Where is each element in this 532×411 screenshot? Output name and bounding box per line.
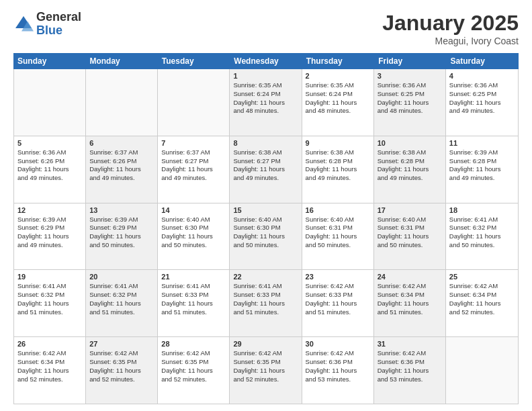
- calendar-day-15: 15Sunrise: 6:40 AM Sunset: 6:30 PM Dayli…: [230, 203, 302, 270]
- day-info: Sunrise: 6:40 AM Sunset: 6:31 PM Dayligh…: [306, 216, 370, 250]
- day-info: Sunrise: 6:40 AM Sunset: 6:30 PM Dayligh…: [161, 216, 226, 250]
- day-info: Sunrise: 6:41 AM Sunset: 6:32 PM Dayligh…: [17, 282, 82, 316]
- calendar-day-23: 23Sunrise: 6:42 AM Sunset: 6:33 PM Dayli…: [302, 270, 374, 336]
- day-info: Sunrise: 6:42 AM Sunset: 6:35 PM Dayligh…: [89, 349, 154, 383]
- day-number: 14: [161, 206, 226, 214]
- calendar-day-2: 2Sunrise: 6:35 AM Sunset: 6:24 PM Daylig…: [302, 69, 374, 136]
- calendar-day-1: 1Sunrise: 6:35 AM Sunset: 6:24 PM Daylig…: [230, 69, 302, 136]
- calendar-day-22: 22Sunrise: 6:41 AM Sunset: 6:33 PM Dayli…: [230, 270, 302, 336]
- weekday-header-thursday: Thursday: [302, 53, 374, 69]
- day-info: Sunrise: 6:39 AM Sunset: 6:29 PM Dayligh…: [89, 216, 154, 250]
- calendar-empty-cell: [158, 69, 230, 136]
- day-number: 15: [233, 206, 298, 214]
- calendar-day-31: 31Sunrise: 6:42 AM Sunset: 6:36 PM Dayli…: [374, 337, 446, 404]
- calendar-row-3: 12Sunrise: 6:39 AM Sunset: 6:29 PM Dayli…: [14, 203, 518, 271]
- calendar-row-2: 5Sunrise: 6:36 AM Sunset: 6:26 PM Daylig…: [14, 136, 518, 203]
- title-section: January 2025 Meagui, Ivory Coast: [382, 11, 519, 46]
- day-info: Sunrise: 6:37 AM Sunset: 6:26 PM Dayligh…: [89, 148, 154, 183]
- calendar-day-29: 29Sunrise: 6:42 AM Sunset: 6:35 PM Dayli…: [230, 337, 302, 404]
- logo-blue-text: Blue: [36, 24, 81, 38]
- calendar: SundayMondayTuesdayWednesdayThursdayFrid…: [13, 53, 519, 404]
- calendar-day-18: 18Sunrise: 6:41 AM Sunset: 6:32 PM Dayli…: [446, 203, 518, 270]
- calendar-day-14: 14Sunrise: 6:40 AM Sunset: 6:30 PM Dayli…: [158, 203, 230, 270]
- calendar-day-20: 20Sunrise: 6:41 AM Sunset: 6:32 PM Dayli…: [86, 270, 158, 336]
- day-number: 29: [233, 340, 298, 348]
- day-info: Sunrise: 6:38 AM Sunset: 6:27 PM Dayligh…: [233, 148, 298, 183]
- day-number: 19: [17, 273, 82, 281]
- day-number: 31: [378, 340, 442, 348]
- day-info: Sunrise: 6:42 AM Sunset: 6:35 PM Dayligh…: [161, 349, 226, 383]
- calendar-day-21: 21Sunrise: 6:41 AM Sunset: 6:33 PM Dayli…: [158, 270, 230, 336]
- weekday-header-tuesday: Tuesday: [158, 53, 230, 69]
- day-number: 4: [449, 72, 515, 80]
- day-number: 18: [449, 206, 515, 214]
- calendar-row-4: 19Sunrise: 6:41 AM Sunset: 6:32 PM Dayli…: [14, 270, 518, 337]
- calendar-empty-cell: [86, 69, 158, 136]
- day-info: Sunrise: 6:42 AM Sunset: 6:33 PM Dayligh…: [306, 282, 370, 316]
- month-title: January 2025: [382, 11, 519, 36]
- day-info: Sunrise: 6:42 AM Sunset: 6:36 PM Dayligh…: [306, 349, 370, 383]
- day-number: 6: [89, 139, 154, 147]
- day-info: Sunrise: 6:42 AM Sunset: 6:34 PM Dayligh…: [17, 349, 82, 383]
- day-info: Sunrise: 6:42 AM Sunset: 6:35 PM Dayligh…: [233, 349, 298, 383]
- calendar-day-19: 19Sunrise: 6:41 AM Sunset: 6:32 PM Dayli…: [14, 270, 86, 336]
- calendar-day-17: 17Sunrise: 6:40 AM Sunset: 6:31 PM Dayli…: [374, 203, 446, 270]
- weekday-header-monday: Monday: [85, 53, 157, 69]
- day-info: Sunrise: 6:40 AM Sunset: 6:31 PM Dayligh…: [378, 216, 442, 250]
- weekday-header-saturday: Saturday: [447, 53, 519, 69]
- day-info: Sunrise: 6:41 AM Sunset: 6:33 PM Dayligh…: [233, 282, 298, 316]
- calendar-day-7: 7Sunrise: 6:37 AM Sunset: 6:27 PM Daylig…: [158, 136, 230, 203]
- day-info: Sunrise: 6:42 AM Sunset: 6:34 PM Dayligh…: [378, 282, 442, 316]
- calendar-day-28: 28Sunrise: 6:42 AM Sunset: 6:35 PM Dayli…: [158, 337, 230, 404]
- weekday-header-friday: Friday: [374, 53, 446, 69]
- day-info: Sunrise: 6:41 AM Sunset: 6:32 PM Dayligh…: [449, 216, 515, 250]
- calendar-day-9: 9Sunrise: 6:38 AM Sunset: 6:28 PM Daylig…: [302, 136, 374, 203]
- day-number: 11: [449, 139, 515, 147]
- day-number: 2: [306, 72, 370, 80]
- day-info: Sunrise: 6:42 AM Sunset: 6:34 PM Dayligh…: [449, 282, 515, 316]
- day-info: Sunrise: 6:39 AM Sunset: 6:29 PM Dayligh…: [17, 216, 82, 250]
- calendar-day-8: 8Sunrise: 6:38 AM Sunset: 6:27 PM Daylig…: [230, 136, 302, 203]
- calendar-day-30: 30Sunrise: 6:42 AM Sunset: 6:36 PM Dayli…: [302, 337, 374, 404]
- day-number: 23: [306, 273, 370, 281]
- day-number: 25: [449, 273, 515, 281]
- calendar-empty-cell: [14, 69, 86, 136]
- day-number: 9: [306, 139, 370, 147]
- day-info: Sunrise: 6:37 AM Sunset: 6:27 PM Dayligh…: [161, 148, 226, 183]
- calendar-day-11: 11Sunrise: 6:39 AM Sunset: 6:28 PM Dayli…: [446, 136, 518, 203]
- day-number: 28: [161, 340, 226, 348]
- header: General Blue January 2025 Meagui, Ivory …: [13, 11, 519, 46]
- day-info: Sunrise: 6:36 AM Sunset: 6:25 PM Dayligh…: [378, 81, 442, 116]
- calendar-day-13: 13Sunrise: 6:39 AM Sunset: 6:29 PM Dayli…: [86, 203, 158, 270]
- calendar-day-25: 25Sunrise: 6:42 AM Sunset: 6:34 PM Dayli…: [446, 270, 518, 336]
- weekday-header-wednesday: Wednesday: [230, 53, 302, 69]
- calendar-day-27: 27Sunrise: 6:42 AM Sunset: 6:35 PM Dayli…: [86, 337, 158, 404]
- calendar-day-24: 24Sunrise: 6:42 AM Sunset: 6:34 PM Dayli…: [374, 270, 446, 336]
- day-number: 8: [233, 139, 298, 147]
- day-number: 3: [378, 72, 442, 80]
- logo: General Blue: [13, 11, 81, 38]
- day-number: 30: [306, 340, 370, 348]
- calendar-row-1: 1Sunrise: 6:35 AM Sunset: 6:24 PM Daylig…: [14, 69, 518, 136]
- weekday-header-sunday: Sunday: [13, 53, 85, 69]
- day-number: 5: [17, 139, 82, 147]
- day-info: Sunrise: 6:36 AM Sunset: 6:25 PM Dayligh…: [449, 81, 515, 116]
- day-number: 27: [89, 340, 154, 348]
- day-number: 10: [378, 139, 442, 147]
- calendar-day-26: 26Sunrise: 6:42 AM Sunset: 6:34 PM Dayli…: [14, 337, 86, 404]
- calendar-day-10: 10Sunrise: 6:38 AM Sunset: 6:28 PM Dayli…: [374, 136, 446, 203]
- calendar-day-3: 3Sunrise: 6:36 AM Sunset: 6:25 PM Daylig…: [374, 69, 446, 136]
- calendar-day-4: 4Sunrise: 6:36 AM Sunset: 6:25 PM Daylig…: [446, 69, 518, 136]
- day-info: Sunrise: 6:35 AM Sunset: 6:24 PM Dayligh…: [306, 81, 370, 116]
- calendar-day-12: 12Sunrise: 6:39 AM Sunset: 6:29 PM Dayli…: [14, 203, 86, 270]
- location-subtitle: Meagui, Ivory Coast: [382, 36, 519, 46]
- calendar-day-6: 6Sunrise: 6:37 AM Sunset: 6:26 PM Daylig…: [86, 136, 158, 203]
- day-info: Sunrise: 6:38 AM Sunset: 6:28 PM Dayligh…: [378, 148, 442, 183]
- day-info: Sunrise: 6:41 AM Sunset: 6:33 PM Dayligh…: [161, 282, 226, 316]
- calendar-row-5: 26Sunrise: 6:42 AM Sunset: 6:34 PM Dayli…: [14, 337, 518, 404]
- day-number: 26: [17, 340, 82, 348]
- calendar-day-5: 5Sunrise: 6:36 AM Sunset: 6:26 PM Daylig…: [14, 136, 86, 203]
- day-info: Sunrise: 6:41 AM Sunset: 6:32 PM Dayligh…: [89, 282, 154, 316]
- day-info: Sunrise: 6:38 AM Sunset: 6:28 PM Dayligh…: [306, 148, 370, 183]
- calendar-body-outer: 1Sunrise: 6:35 AM Sunset: 6:24 PM Daylig…: [13, 69, 519, 404]
